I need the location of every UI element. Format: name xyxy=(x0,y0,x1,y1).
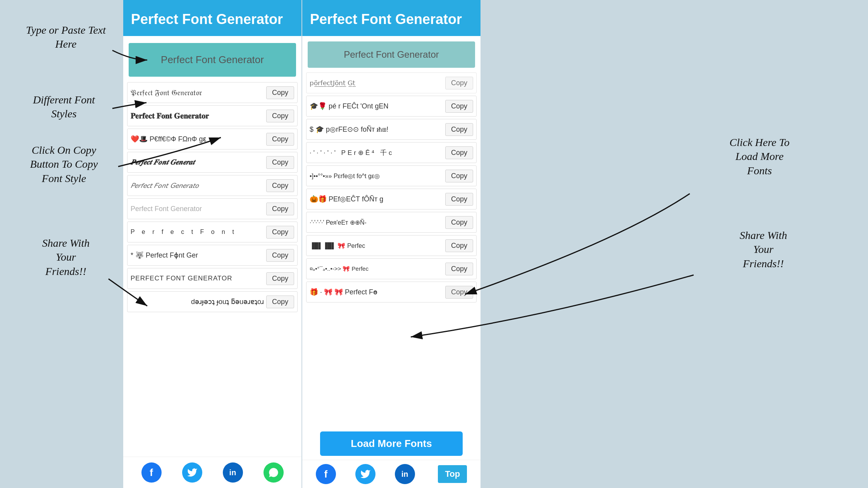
arrow-type xyxy=(0,0,868,488)
